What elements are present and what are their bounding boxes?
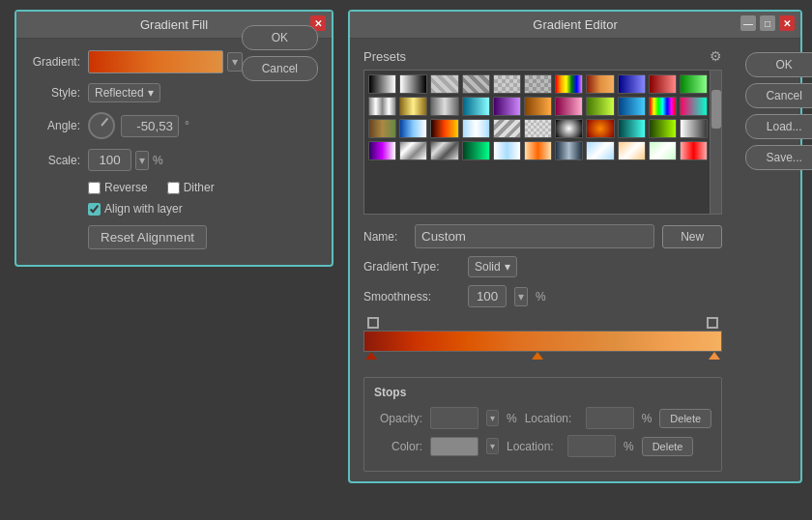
- preset-swatch[interactable]: [618, 74, 646, 94]
- preset-swatch[interactable]: [524, 74, 552, 94]
- preset-swatch[interactable]: [680, 97, 708, 116]
- reverse-checkbox-label[interactable]: Reverse: [88, 181, 148, 194]
- new-button[interactable]: New: [662, 225, 722, 248]
- preset-swatch[interactable]: [462, 119, 490, 138]
- preset-swatch[interactable]: [462, 74, 490, 94]
- preset-swatch[interactable]: [586, 119, 614, 138]
- ge-minimize-button[interactable]: —: [740, 15, 756, 31]
- color-stop-right[interactable]: [709, 352, 720, 360]
- preset-swatch[interactable]: [618, 119, 646, 138]
- angle-wheel[interactable]: [88, 112, 115, 139]
- gradient-type-label: Gradient Type:: [363, 260, 460, 274]
- style-select[interactable]: Reflected ▾: [88, 83, 160, 102]
- preset-swatch[interactable]: [649, 141, 677, 160]
- preset-swatch[interactable]: [399, 119, 427, 138]
- name-input[interactable]: [415, 224, 654, 248]
- preset-swatch[interactable]: [462, 97, 490, 116]
- preset-swatch[interactable]: [493, 74, 521, 94]
- dither-checkbox[interactable]: [167, 182, 180, 194]
- preset-swatch[interactable]: [493, 141, 521, 160]
- preset-swatch[interactable]: [524, 97, 552, 116]
- opacity-delete-button[interactable]: Delete: [659, 409, 711, 428]
- gradient-bar[interactable]: [363, 331, 722, 352]
- preset-swatch[interactable]: [399, 97, 427, 116]
- preset-swatch[interactable]: [493, 119, 521, 138]
- angle-input[interactable]: [121, 115, 179, 137]
- opacity-pct: %: [507, 412, 517, 425]
- preset-swatch[interactable]: [368, 74, 396, 94]
- angle-row: Angle: °: [32, 112, 316, 139]
- ge-load-button[interactable]: Load...: [745, 114, 812, 139]
- ge-save-button[interactable]: Save...: [745, 145, 812, 170]
- ge-close-button[interactable]: ✕: [779, 15, 795, 31]
- presets-gear-icon[interactable]: ⚙: [710, 48, 722, 64]
- color-swatch[interactable]: [430, 437, 478, 456]
- opacity-stop-left[interactable]: [367, 317, 379, 329]
- color-stop-left[interactable]: [365, 352, 377, 360]
- color-dropdown-arrow[interactable]: ▾: [486, 438, 499, 454]
- preset-swatch[interactable]: [680, 74, 708, 94]
- preset-swatch[interactable]: [586, 141, 614, 160]
- preset-swatch[interactable]: [399, 141, 427, 160]
- preset-swatch[interactable]: [524, 119, 552, 138]
- presets-scrollbar[interactable]: [710, 71, 721, 214]
- smooth-dropdown-arrow[interactable]: ▾: [514, 287, 528, 306]
- opacity-value-input[interactable]: [430, 407, 478, 429]
- ge-cancel-button[interactable]: Cancel: [745, 83, 812, 108]
- preset-swatch[interactable]: [618, 141, 646, 160]
- preset-swatch[interactable]: [555, 141, 583, 160]
- reset-alignment-button[interactable]: Reset Alignment: [88, 225, 207, 249]
- reverse-checkbox[interactable]: [88, 182, 101, 194]
- bottom-stops: [363, 352, 722, 367]
- align-checkbox-label[interactable]: Align with layer: [88, 202, 183, 216]
- gradient-fill-cancel-button[interactable]: Cancel: [242, 56, 318, 81]
- presets-label: Presets: [363, 49, 406, 64]
- scale-dropdown-arrow[interactable]: ▾: [135, 151, 149, 170]
- preset-swatch[interactable]: [399, 74, 427, 94]
- scale-input[interactable]: [88, 149, 131, 171]
- stops-section: Stops Opacity: ▾ % Location: % Delete Co…: [363, 377, 722, 472]
- preset-swatch[interactable]: [649, 74, 677, 94]
- preset-swatch[interactable]: [680, 141, 708, 160]
- scale-controls: ▾ %: [88, 149, 163, 171]
- preset-swatch[interactable]: [430, 141, 458, 160]
- preset-swatch[interactable]: [430, 74, 458, 94]
- preset-swatch[interactable]: [649, 97, 677, 116]
- dither-checkbox-label[interactable]: Dither: [167, 181, 215, 194]
- preset-swatch[interactable]: [555, 74, 583, 94]
- opacity-stop-right[interactable]: [707, 317, 718, 329]
- gradient-preview[interactable]: [88, 50, 223, 73]
- preset-swatch[interactable]: [618, 97, 646, 116]
- color-stop-middle[interactable]: [532, 352, 543, 360]
- preset-swatch[interactable]: [368, 119, 396, 138]
- ge-ok-button[interactable]: OK: [745, 52, 812, 77]
- gradient-type-select[interactable]: Solid ▾: [468, 256, 517, 277]
- gradient-area: [363, 317, 722, 367]
- preset-swatch[interactable]: [524, 141, 552, 160]
- gradient-fill-ok-button[interactable]: OK: [242, 25, 318, 50]
- smoothness-input[interactable]: [468, 285, 507, 307]
- preset-swatch[interactable]: [430, 119, 458, 138]
- ge-sidebar-buttons: OK Cancel Load... Save...: [736, 39, 812, 481]
- preset-swatch[interactable]: [555, 119, 583, 138]
- opacity-dropdown-arrow[interactable]: ▾: [486, 410, 499, 426]
- preset-swatch[interactable]: [430, 97, 458, 116]
- ge-restore-button[interactable]: □: [760, 15, 775, 31]
- top-stops: [363, 317, 722, 329]
- color-location-input[interactable]: [567, 435, 616, 457]
- preset-swatch[interactable]: [586, 74, 614, 94]
- preset-swatch[interactable]: [649, 119, 677, 138]
- align-checkbox[interactable]: [88, 203, 101, 216]
- opacity-location-input[interactable]: [586, 407, 634, 429]
- preset-swatch[interactable]: [555, 97, 583, 116]
- preset-swatch[interactable]: [462, 141, 490, 160]
- preset-swatch[interactable]: [368, 141, 396, 160]
- opacity-loc-pct: %: [642, 412, 652, 425]
- preset-swatch[interactable]: [368, 97, 396, 116]
- color-delete-button[interactable]: Delete: [642, 437, 694, 456]
- gradient-dropdown-arrow[interactable]: ▾: [227, 52, 243, 72]
- preset-swatch[interactable]: [680, 119, 708, 138]
- color-label: Color:: [374, 440, 422, 453]
- preset-swatch[interactable]: [493, 97, 521, 116]
- preset-swatch[interactable]: [586, 97, 614, 116]
